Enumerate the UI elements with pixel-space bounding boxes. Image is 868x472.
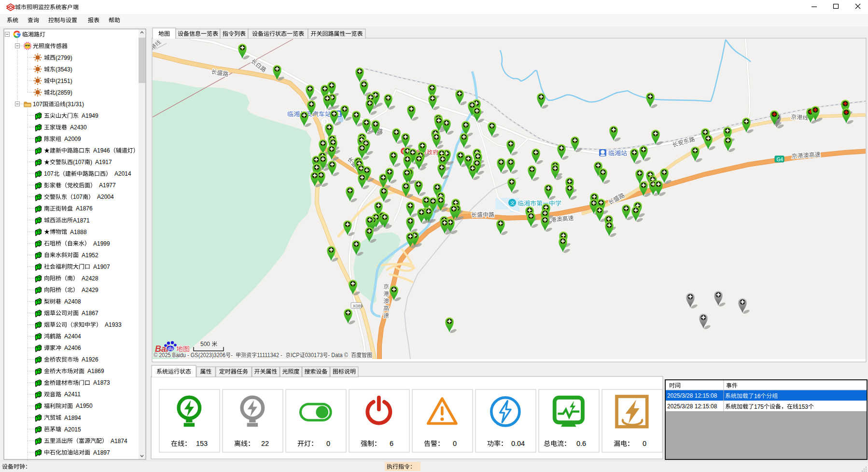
svg-text:(2799): (2799) bbox=[56, 55, 72, 61]
svg-text:A1871: A1871 bbox=[73, 217, 90, 224]
svg-text:6: 6 bbox=[390, 440, 393, 447]
svg-text:175: 175 bbox=[754, 403, 764, 410]
svg-text:A1867: A1867 bbox=[82, 310, 98, 317]
svg-text:A1949: A1949 bbox=[82, 112, 98, 119]
svg-text:030173: 030173 bbox=[305, 352, 323, 358]
svg-text:0: 0 bbox=[643, 440, 646, 447]
svg-text:153: 153 bbox=[196, 440, 208, 447]
svg-text:A1907: A1907 bbox=[93, 264, 110, 270]
svg-text:© 2025 Baidu - GS(2023)3206: © 2025 Baidu - GS(2023)3206 bbox=[154, 352, 225, 358]
svg-text:A2004: A2004 bbox=[97, 194, 114, 200]
svg-text:A1917: A1917 bbox=[95, 159, 112, 166]
svg-text:du: du bbox=[168, 346, 173, 351]
svg-text:A2009: A2009 bbox=[64, 136, 81, 142]
svg-text:22: 22 bbox=[261, 440, 269, 447]
svg-text:): ) bbox=[90, 159, 92, 166]
svg-text:11111342 -: 11111342 - bbox=[257, 352, 282, 358]
svg-text:0: 0 bbox=[453, 440, 457, 447]
svg-text:(2151): (2151) bbox=[56, 78, 72, 84]
svg-text:107: 107 bbox=[73, 194, 83, 200]
svg-text:(107: (107 bbox=[73, 159, 84, 166]
svg-text:(3543): (3543) bbox=[56, 66, 72, 73]
svg-text:A1999: A1999 bbox=[93, 240, 110, 247]
svg-text:A1876: A1876 bbox=[76, 205, 93, 212]
svg-text:(2859): (2859) bbox=[56, 89, 72, 96]
svg-text:500: 500 bbox=[200, 341, 210, 347]
svg-text:A2406: A2406 bbox=[64, 345, 81, 351]
svg-text:A2404: A2404 bbox=[64, 333, 81, 340]
svg-text:A1977: A1977 bbox=[99, 182, 116, 189]
svg-text:- Data ©: - Data © bbox=[328, 352, 349, 358]
svg-text:ICP: ICP bbox=[291, 352, 300, 358]
svg-text:A1926: A1926 bbox=[82, 356, 98, 363]
svg-text:A1873: A1873 bbox=[93, 379, 110, 386]
svg-text:2025/3/28 12:15:08: 2025/3/28 12:15:08 bbox=[667, 392, 717, 399]
svg-text:107: 107 bbox=[33, 101, 42, 108]
svg-text:A2430: A2430 bbox=[70, 124, 87, 131]
svg-text:-: - bbox=[231, 352, 233, 358]
svg-text:(31/31): (31/31) bbox=[66, 101, 84, 108]
svg-text:A2429: A2429 bbox=[82, 287, 98, 293]
svg-text:A1946: A1946 bbox=[93, 147, 110, 154]
svg-text:153: 153 bbox=[798, 403, 808, 410]
svg-text:A2411: A2411 bbox=[64, 391, 81, 398]
svg-text:A1897: A1897 bbox=[93, 449, 110, 456]
svg-text:16: 16 bbox=[754, 393, 761, 400]
svg-text:A2428: A2428 bbox=[82, 275, 98, 282]
svg-text:0.04: 0.04 bbox=[511, 440, 525, 447]
svg-text:A1869: A1869 bbox=[87, 368, 104, 375]
svg-text:X089: X089 bbox=[353, 304, 363, 308]
svg-text:2025/3/28 12:15:08: 2025/3/28 12:15:08 bbox=[667, 403, 717, 410]
svg-text:A1933: A1933 bbox=[105, 321, 122, 328]
svg-text:A2014: A2014 bbox=[114, 170, 131, 177]
svg-text:A1888: A1888 bbox=[70, 229, 87, 236]
svg-text:A1894: A1894 bbox=[64, 415, 81, 421]
svg-text:A1950: A1950 bbox=[76, 403, 93, 409]
svg-text:0: 0 bbox=[326, 440, 330, 447]
svg-text:A2015: A2015 bbox=[64, 426, 81, 433]
svg-text:G4: G4 bbox=[777, 157, 784, 162]
svg-text:A1874: A1874 bbox=[111, 438, 127, 444]
svg-text:107: 107 bbox=[44, 170, 54, 177]
svg-text:A1952: A1952 bbox=[82, 252, 98, 259]
svg-text:0.6: 0.6 bbox=[576, 440, 586, 447]
svg-text:A2408: A2408 bbox=[64, 298, 81, 305]
